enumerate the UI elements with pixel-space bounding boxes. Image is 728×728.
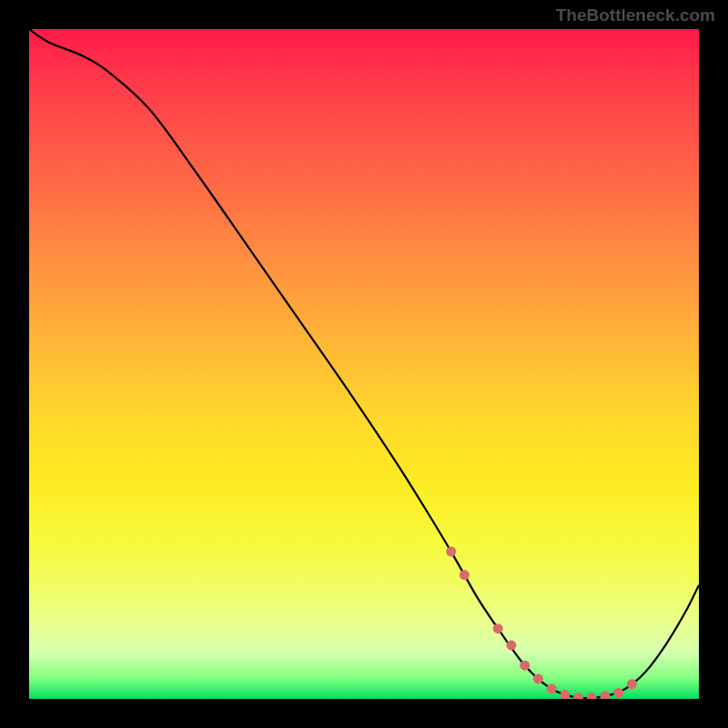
marker-group — [446, 547, 637, 699]
data-marker — [460, 570, 470, 580]
plot-area — [29, 29, 699, 699]
data-marker — [520, 661, 530, 671]
data-marker — [533, 673, 543, 683]
watermark-text: TheBottleneck.com — [556, 5, 715, 25]
data-marker — [587, 693, 597, 699]
data-marker — [560, 690, 570, 699]
data-marker — [627, 679, 637, 689]
data-marker — [493, 623, 503, 633]
data-marker — [573, 693, 583, 699]
data-marker — [547, 683, 557, 693]
data-marker — [600, 692, 610, 699]
data-marker — [446, 547, 456, 557]
data-marker — [506, 641, 516, 651]
curve-line — [29, 29, 699, 698]
chart-svg — [29, 29, 699, 699]
data-marker — [613, 688, 623, 698]
